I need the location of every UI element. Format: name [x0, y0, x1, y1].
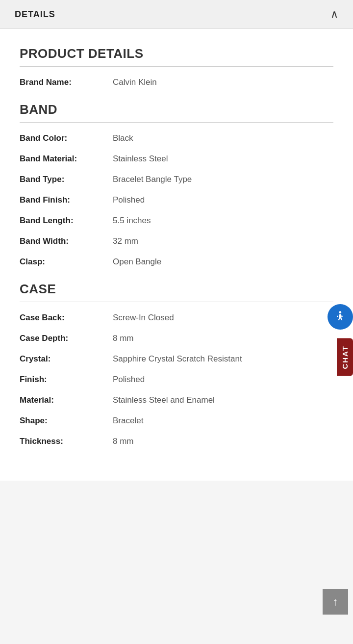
- band-type-label: Band Type:: [20, 175, 113, 184]
- case-back-label: Case Back:: [20, 313, 113, 323]
- finish-label: Finish:: [20, 375, 113, 385]
- band-color-value: Black: [113, 133, 333, 143]
- case-back-value: Screw-In Closed: [113, 313, 333, 323]
- thickness-value: 8 mm: [113, 437, 333, 446]
- main-content: PRODUCT DETAILS Brand Name: Calvin Klein…: [0, 29, 353, 481]
- table-row: Brand Name: Calvin Klein: [20, 77, 333, 87]
- brand-name-label: Brand Name:: [20, 77, 113, 87]
- band-type-value: Bracelet Bangle Type: [113, 175, 333, 184]
- table-row: Band Finish: Polished: [20, 195, 333, 205]
- band-color-label: Band Color:: [20, 133, 113, 143]
- table-row: Case Back: Screw-In Closed: [20, 313, 333, 323]
- band-width-label: Band Width:: [20, 236, 113, 246]
- shape-label: Shape:: [20, 416, 113, 426]
- band-length-value: 5.5 inches: [113, 216, 333, 226]
- table-row: Band Material: Stainless Steel: [20, 154, 333, 164]
- crystal-value: Sapphire Crystal Scratch Resistant: [113, 354, 333, 364]
- product-details-title: PRODUCT DETAILS: [20, 46, 333, 61]
- case-title: CASE: [20, 282, 333, 297]
- table-row: Band Type: Bracelet Bangle Type: [20, 175, 333, 184]
- band-section: BAND Band Color: Black Band Material: St…: [20, 102, 333, 267]
- chat-button[interactable]: CHAT: [337, 338, 353, 376]
- table-row: Band Length: 5.5 inches: [20, 216, 333, 226]
- details-header-title: DETAILS: [15, 9, 55, 20]
- product-details-divider: [20, 66, 333, 67]
- table-row: Band Width: 32 mm: [20, 236, 333, 246]
- table-row: Finish: Polished: [20, 375, 333, 385]
- band-finish-value: Polished: [113, 195, 333, 205]
- accessibility-icon: [333, 310, 347, 324]
- scroll-top-icon: ↑: [333, 595, 338, 608]
- table-row: Material: Stainless Steel and Enamel: [20, 395, 333, 405]
- band-material-value: Stainless Steel: [113, 154, 333, 164]
- table-row: Band Color: Black: [20, 133, 333, 143]
- table-row: Thickness: 8 mm: [20, 437, 333, 446]
- case-depth-label: Case Depth:: [20, 334, 113, 343]
- table-row: Case Depth: 8 mm: [20, 334, 333, 343]
- band-finish-label: Band Finish:: [20, 195, 113, 205]
- accessibility-button[interactable]: [328, 304, 353, 330]
- shape-value: Bracelet: [113, 416, 333, 426]
- table-row: Clasp: Open Bangle: [20, 257, 333, 267]
- material-label: Material:: [20, 395, 113, 405]
- band-width-value: 32 mm: [113, 236, 333, 246]
- band-length-label: Band Length:: [20, 216, 113, 226]
- case-divider: [20, 302, 333, 302]
- band-title: BAND: [20, 102, 333, 117]
- product-details-section: PRODUCT DETAILS Brand Name: Calvin Klein: [20, 46, 333, 87]
- crystal-label: Crystal:: [20, 354, 113, 364]
- svg-point-0: [339, 311, 342, 313]
- table-row: Shape: Bracelet: [20, 416, 333, 426]
- thickness-label: Thickness:: [20, 437, 113, 446]
- case-depth-value: 8 mm: [113, 334, 333, 343]
- case-section: CASE Case Back: Screw-In Closed Case Dep…: [20, 282, 333, 446]
- table-row: Crystal: Sapphire Crystal Scratch Resist…: [20, 354, 333, 364]
- band-material-label: Band Material:: [20, 154, 113, 164]
- details-header: DETAILS ∧: [0, 0, 353, 29]
- finish-value: Polished: [113, 375, 333, 385]
- scroll-top-button[interactable]: ↑: [323, 589, 348, 615]
- clasp-label: Clasp:: [20, 257, 113, 267]
- chevron-up-icon[interactable]: ∧: [330, 9, 338, 20]
- clasp-value: Open Bangle: [113, 257, 333, 267]
- material-value: Stainless Steel and Enamel: [113, 395, 333, 405]
- brand-name-value: Calvin Klein: [113, 77, 333, 87]
- band-divider: [20, 122, 333, 123]
